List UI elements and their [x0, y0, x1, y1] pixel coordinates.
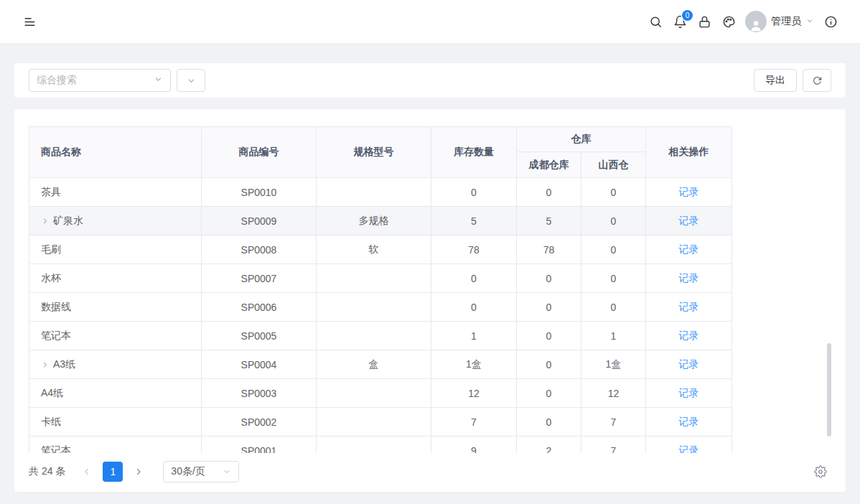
- top-bar: 0 管理员: [0, 0, 860, 43]
- table-row[interactable]: 笔记本 SP0001 9 2 7 记录: [29, 437, 732, 454]
- product-name-cell: 毛刷: [41, 243, 61, 256]
- sidebar-toggle-button[interactable]: [17, 9, 42, 34]
- col-header-product-name: 商品名称: [29, 127, 202, 178]
- table-row[interactable]: 水杯 SP0007 0 0 0 记录: [29, 264, 732, 293]
- col-header-spec: 规格型号: [317, 127, 431, 178]
- spec-cell: [317, 178, 431, 207]
- record-link[interactable]: 记录: [679, 358, 699, 370]
- search-type-value: 综合搜索: [37, 74, 77, 87]
- product-name-cell: 水杯: [41, 272, 61, 285]
- table-row[interactable]: 茶具 SP0010 0 0 0 记录: [29, 178, 732, 207]
- chevron-down-icon: [805, 16, 814, 27]
- notifications-button[interactable]: 0: [668, 9, 692, 34]
- product-code-cell: SP0002: [202, 408, 317, 437]
- product-code-cell: SP0009: [202, 207, 317, 235]
- record-link[interactable]: 记录: [679, 186, 699, 197]
- product-code-cell: SP0007: [202, 264, 317, 293]
- record-link[interactable]: 记录: [679, 330, 699, 341]
- pagination-bar: 共 24 条 1 30条/页: [29, 460, 831, 483]
- product-code-cell: SP0001: [202, 437, 317, 454]
- vertical-scrollbar[interactable]: [827, 343, 831, 437]
- user-menu[interactable]: 管理员: [745, 11, 814, 32]
- product-code-cell: SP0010: [202, 178, 317, 207]
- theme-palette-icon: [722, 15, 736, 29]
- stock-cell: 1: [431, 322, 517, 350]
- spec-cell: [317, 379, 431, 408]
- record-link[interactable]: 记录: [679, 215, 699, 226]
- product-name-cell: A3纸: [53, 358, 75, 371]
- table-row[interactable]: 数据线 SP0006 0 0 0 记录: [29, 293, 732, 322]
- warehouse-shanxi-cell: 0: [581, 293, 646, 322]
- refresh-button[interactable]: [803, 69, 831, 92]
- table-row[interactable]: A4纸 SP0003 12 0 12 记录: [29, 379, 732, 408]
- menu-icon: [23, 15, 37, 29]
- user-name: 管理员: [771, 15, 801, 28]
- stock-cell: 0: [431, 293, 517, 322]
- spec-cell: [317, 293, 431, 322]
- total-count: 共 24 条: [29, 465, 65, 478]
- product-name-cell: 矿泉水: [53, 215, 83, 228]
- record-link[interactable]: 记录: [679, 444, 699, 454]
- refresh-icon: [813, 76, 822, 85]
- lock-icon: [698, 15, 711, 29]
- record-link[interactable]: 记录: [679, 416, 699, 427]
- col-header-stock: 库存数量: [431, 127, 517, 178]
- inventory-table: 商品名称 商品编号 规格型号 库存数量 仓库 相关操作 成都仓库 山西仓: [29, 126, 732, 453]
- search-icon: [649, 15, 663, 29]
- expand-row-icon[interactable]: [41, 217, 53, 225]
- expand-search-button[interactable]: [177, 69, 205, 92]
- search-button[interactable]: [643, 9, 668, 34]
- stock-cell: 7: [431, 408, 517, 437]
- record-link[interactable]: 记录: [679, 387, 699, 398]
- notification-badge: 0: [682, 10, 693, 21]
- warehouse-shanxi-cell: 1: [581, 322, 646, 350]
- search-type-select[interactable]: 综合搜索: [29, 69, 171, 92]
- export-button[interactable]: 导出: [754, 69, 797, 92]
- product-name-cell: 茶具: [41, 186, 61, 199]
- user-avatar: [745, 11, 767, 32]
- table-row[interactable]: 毛刷 SP0008 软 78 78 0 记录: [29, 235, 732, 264]
- product-name-cell: 笔记本: [41, 330, 71, 342]
- about-button[interactable]: [818, 9, 843, 34]
- toolbar-right: 导出: [754, 69, 831, 92]
- warehouse-chengdu-cell: 78: [517, 235, 581, 264]
- record-link[interactable]: 记录: [679, 243, 699, 255]
- warehouse-chengdu-cell: 0: [517, 293, 581, 322]
- stock-cell: 0: [431, 264, 517, 293]
- expand-row-icon[interactable]: [41, 360, 53, 369]
- col-header-operations: 相关操作: [646, 127, 732, 178]
- table-settings-button[interactable]: [810, 461, 831, 482]
- page-number-button[interactable]: 1: [103, 462, 123, 482]
- record-link[interactable]: 记录: [679, 301, 699, 312]
- lock-screen-button[interactable]: [692, 9, 716, 34]
- product-code-cell: SP0006: [202, 293, 317, 322]
- table-scroll-area: 商品名称 商品编号 规格型号 库存数量 仓库 相关操作 成都仓库 山西仓: [29, 126, 831, 453]
- product-code-cell: SP0004: [202, 350, 317, 379]
- previous-page-button[interactable]: [77, 462, 97, 482]
- warehouse-chengdu-cell: 0: [517, 264, 581, 293]
- page-size-select[interactable]: 30条/页: [163, 461, 239, 482]
- table-body: 茶具 SP0010 0 0 0 记录 矿泉水 SP0009 多规格 5 5 0 …: [29, 178, 732, 454]
- table-row[interactable]: A3纸 SP0004 盒 1盒 0 1盒 记录: [29, 350, 732, 379]
- spec-cell: [317, 264, 431, 293]
- product-name-cell: 数据线: [41, 301, 71, 314]
- record-link[interactable]: 记录: [679, 272, 699, 284]
- warehouse-shanxi-cell: 0: [581, 235, 646, 264]
- spec-cell: 盒: [317, 350, 431, 379]
- chevron-left-icon: [82, 467, 92, 477]
- chevron-down-icon: [187, 76, 196, 85]
- table-row[interactable]: 卡纸 SP0002 7 0 7 记录: [29, 408, 732, 437]
- theme-button[interactable]: [716, 9, 741, 34]
- spec-cell: [317, 408, 431, 437]
- table-row[interactable]: 笔记本 SP0005 1 0 1 记录: [29, 322, 732, 350]
- stock-cell: 12: [431, 379, 517, 408]
- table-card: 商品名称 商品编号 规格型号 库存数量 仓库 相关操作 成都仓库 山西仓: [14, 109, 846, 492]
- warehouse-shanxi-cell: 0: [581, 178, 646, 207]
- next-page-button[interactable]: [128, 462, 149, 482]
- user-icon: [749, 18, 763, 32]
- table-row[interactable]: 矿泉水 SP0009 多规格 5 5 0 记录: [29, 207, 732, 235]
- product-name-cell: 卡纸: [41, 416, 61, 429]
- spec-cell: [317, 437, 431, 454]
- stock-cell: 5: [431, 207, 517, 235]
- col-header-product-code: 商品编号: [202, 127, 317, 178]
